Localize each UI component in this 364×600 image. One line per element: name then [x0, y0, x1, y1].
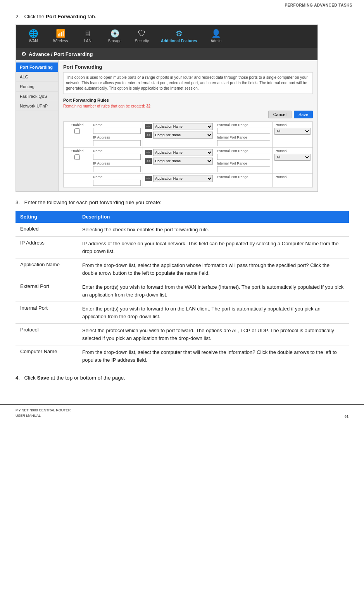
- router-sidebar: Port Forwarding ALG Routing FasTrack QoS…: [16, 60, 59, 191]
- footer-page-number: 61: [345, 414, 348, 418]
- nav-wireless-label: Wireless: [53, 39, 68, 43]
- router-content-area: Port Forwarding This option is used to o…: [59, 60, 317, 191]
- save-button[interactable]: Save: [294, 111, 313, 118]
- sidebar-fastrack[interactable]: FasTrack QoS: [16, 92, 58, 101]
- cell-name-addr-2: Name IP Address: [91, 148, 143, 174]
- enabled-checkbox-2[interactable]: [74, 154, 80, 160]
- comp-arrow-btn-1[interactable]: <<: [145, 132, 152, 138]
- int-port-input-1[interactable]: [217, 140, 270, 146]
- nav-storage[interactable]: 💿 Storage: [101, 28, 128, 45]
- cell-app-2: << Application Name << Computer Name: [143, 148, 215, 174]
- router-main: Port Forwarding ALG Routing FasTrack QoS…: [16, 60, 317, 191]
- breadcrumb-gear-icon: ⚙: [21, 51, 26, 57]
- nav-additional-label: Additional Features: [161, 39, 197, 43]
- app-name-select-3[interactable]: Application Name: [153, 175, 213, 182]
- comp-name-select-2[interactable]: Computer Name: [153, 158, 213, 165]
- ext-port-input-1[interactable]: [217, 128, 270, 134]
- cell-app-1: << Application Name << Computer Name: [143, 122, 215, 148]
- table-row: Internal Port Enter the port(s) you wish…: [16, 302, 349, 324]
- app-arrow-btn-1[interactable]: <<: [145, 124, 152, 129]
- cell-proto-2: Protocol All TCP UDP: [273, 148, 313, 174]
- cell-enabled-1: Enabled: [64, 122, 91, 148]
- router-breadcrumb: ⚙ Advance / Port Forwarding: [16, 48, 317, 60]
- additional-features-icon: ⚙: [176, 29, 183, 37]
- sidebar-routing[interactable]: Routing: [16, 82, 58, 92]
- protocol-select-2[interactable]: All TCP UDP: [274, 154, 311, 161]
- settings-table: Setting Description Enabled Selecting th…: [16, 211, 349, 368]
- description-cell-1: IP address of the device on your local n…: [78, 237, 349, 258]
- step4-bold: Save: [37, 375, 50, 381]
- nav-wireless[interactable]: 📶 Wireless: [47, 28, 74, 45]
- wan-icon: 🌐: [29, 29, 38, 37]
- cancel-button[interactable]: Cancel: [268, 111, 292, 118]
- table-row: Application Name From the drop-down list…: [16, 258, 349, 280]
- table-row: Enabled Name IP Address: [64, 148, 313, 174]
- setting-cell-2: Application Name: [16, 258, 78, 280]
- description-cell-0: Selecting the check box enables the port…: [78, 223, 349, 237]
- security-icon: 🛡: [138, 29, 146, 37]
- port-forwarding-rules-table: Enabled Name IP Address: [63, 121, 313, 187]
- col-setting: Setting: [16, 211, 78, 223]
- enabled-checkbox-1[interactable]: [74, 128, 80, 134]
- cell-enabled-2: Enabled: [64, 148, 91, 174]
- cell-app-3: << Application Name: [143, 174, 215, 187]
- router-ui: 🌐 WAN 📶 Wireless 🖥 LAN 💿 Storage 🛡: [16, 24, 318, 192]
- description-cell-2: From the drop-down list, select the appl…: [78, 258, 349, 280]
- name-input-1[interactable]: [93, 128, 140, 134]
- cell-name-addr-1: Name IP Address: [91, 122, 143, 148]
- sidebar-port-forwarding[interactable]: Port Forwarding: [16, 62, 58, 72]
- cell-proto-1: Protocol All TCP UDP: [273, 122, 313, 148]
- name-input-2[interactable]: [93, 154, 140, 160]
- protocol-select-1[interactable]: All TCP UDP: [274, 128, 311, 135]
- nav-additional-features[interactable]: ⚙ Additional Features: [155, 28, 202, 45]
- nav-lan-label: LAN: [84, 39, 91, 43]
- cell-port-1: External Port Range Internal Port Range: [215, 122, 272, 148]
- description-cell-4: Enter the port(s) you wish to forward to…: [78, 302, 349, 324]
- comp-arrow-btn-2[interactable]: <<: [145, 158, 152, 164]
- footer-left: MY NET N900 CENTRAL ROUTER USER MANUAL: [16, 408, 71, 418]
- storage-icon: 💿: [110, 29, 120, 37]
- page-header: PERFORMING ADVANCED TASKS: [0, 0, 364, 9]
- cell-proto-3: Protocol: [273, 174, 313, 187]
- table-row: Name << Application Name: [64, 174, 313, 187]
- nav-admin[interactable]: 👤 Admin: [202, 28, 229, 45]
- rules-count-value: 32: [146, 104, 150, 108]
- nav-security[interactable]: 🛡 Security: [128, 28, 155, 45]
- app-arrow-btn-3[interactable]: <<: [145, 176, 152, 181]
- ext-port-input-2[interactable]: [217, 154, 270, 160]
- ip-input-2[interactable]: [93, 166, 140, 172]
- app-name-select-2[interactable]: Application Name: [153, 149, 213, 156]
- app-arrow-btn-2[interactable]: <<: [145, 150, 152, 155]
- nav-lan[interactable]: 🖥 LAN: [74, 28, 101, 45]
- footer-line1: MY NET N900 CENTRAL ROUTER: [16, 408, 71, 413]
- name-input-3[interactable]: [93, 180, 140, 186]
- page-footer: MY NET N900 CENTRAL ROUTER USER MANUAL 6…: [0, 404, 364, 421]
- nav-wan-label: WAN: [29, 39, 38, 43]
- page-content: 2. Click the Port Forwarding tab. 🌐 WAN …: [0, 9, 364, 397]
- setting-cell-1: IP Address: [16, 237, 78, 258]
- nav-wan[interactable]: 🌐 WAN: [20, 28, 47, 45]
- description-cell-6: From the drop-down list, select the comp…: [78, 345, 349, 367]
- step4-text: 4. Click Save at the top or bottom of th…: [16, 374, 348, 382]
- int-port-input-2[interactable]: [217, 166, 270, 172]
- comp-name-select-1[interactable]: Computer Name: [153, 132, 213, 139]
- step3-text: 3. Enter the following for each port for…: [16, 199, 348, 206]
- step-4: 4. Click Save at the top or bottom of th…: [16, 374, 348, 382]
- setting-cell-3: External Port: [16, 280, 78, 302]
- table-row: Enabled Selecting the check box enables …: [16, 223, 349, 237]
- step-2: 2. Click the Port Forwarding tab. 🌐 WAN …: [16, 13, 348, 192]
- app-name-select-1[interactable]: Application Name: [153, 123, 213, 130]
- table-row: Computer Name From the drop-down list, s…: [16, 345, 349, 367]
- content-desc: This option is used to open multiple por…: [63, 72, 313, 94]
- header-title: PERFORMING ADVANCED TASKS: [285, 3, 352, 7]
- setting-cell-5: Protocol: [16, 324, 78, 345]
- sidebar-network-upnp[interactable]: Network UPnP: [16, 101, 58, 111]
- sidebar-alg[interactable]: ALG: [16, 72, 58, 82]
- cell-port-2: External Port Range Internal Port Range: [215, 148, 272, 174]
- table-row: Enabled Name IP Address: [64, 122, 313, 148]
- setting-cell-4: Internal Port: [16, 302, 78, 324]
- nav-admin-label: Admin: [210, 39, 221, 43]
- table-row: IP Address IP address of the device on y…: [16, 237, 349, 258]
- step2-bold: Port Forwarding: [46, 14, 86, 19]
- ip-input-1[interactable]: [93, 140, 140, 146]
